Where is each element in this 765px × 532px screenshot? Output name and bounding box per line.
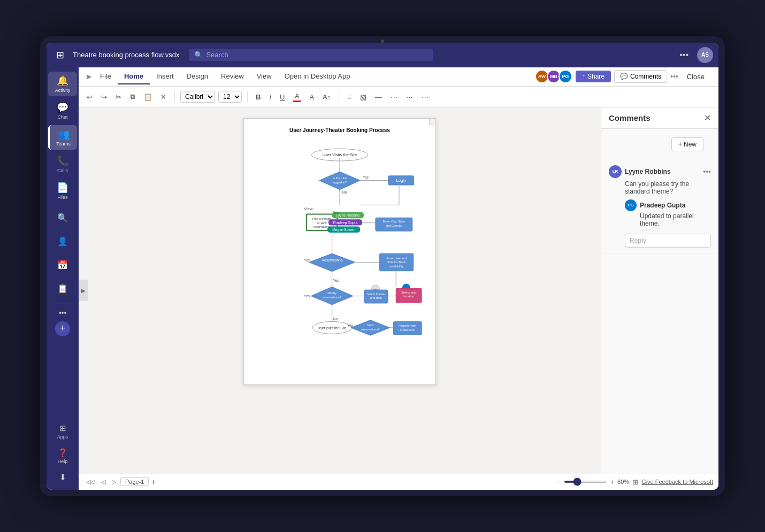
tab-home[interactable]: Home [118, 69, 150, 84]
svg-text:Yes: Yes [347, 323, 354, 327]
font-family-select[interactable]: Calibri [180, 91, 215, 103]
files-icon: 📄 [57, 182, 68, 194]
nav-next-button[interactable]: ▷ [110, 477, 118, 487]
user-avatar[interactable]: AS [697, 47, 713, 63]
increase-font-button[interactable]: A↑ [320, 91, 333, 103]
canvas-container[interactable]: User Journey-Theater Booking Process [79, 107, 601, 474]
feedback-link[interactable]: Give Feedback to Microsoft [641, 479, 713, 485]
svg-text:Yes: Yes [304, 294, 310, 297]
device-frame: ⊞ Theatre booking process flow.vsdx 🔍 ••… [40, 36, 725, 496]
svg-text:credit card: credit card [400, 328, 415, 331]
more-tools-3[interactable]: ⋯ [419, 91, 431, 103]
nav-prev-button[interactable]: ◁ [99, 477, 108, 487]
reply-input-1[interactable] [625, 234, 711, 248]
sidebar-item-files[interactable]: 📄 Files [48, 179, 77, 203]
nav-first-button[interactable]: ◁◁ [84, 477, 97, 487]
page-indicator: Page-1 [120, 477, 149, 486]
align-button[interactable]: ≡ [345, 91, 354, 103]
sidebar-item-download[interactable]: ⬇ [48, 469, 77, 485]
share-button[interactable]: ↑ Share [576, 71, 611, 82]
close-button[interactable]: Close [682, 71, 710, 83]
sidebar-icon-history[interactable]: 📋 [52, 278, 73, 299]
undo-button[interactable]: ↩ [84, 91, 95, 103]
collab-avatar-pg[interactable]: PG [559, 70, 572, 83]
svg-text:Yes: Yes [363, 175, 369, 179]
font-color-button[interactable]: A [290, 90, 303, 104]
ribbon-tools: ↩ ↪ ✂ ⧉ 📋 ✕ Calibri 12 [79, 87, 718, 107]
zoom-out-button[interactable]: − [557, 478, 561, 486]
tab-review[interactable]: Review [215, 69, 250, 84]
svg-text:location: location [403, 295, 414, 298]
sidebar-icon-people[interactable]: 👤 [52, 231, 73, 252]
sidebar-add-button[interactable]: + [55, 321, 70, 336]
tab-insert[interactable]: Insert [150, 69, 180, 84]
tab-open-desktop[interactable]: Open in Desktop App [278, 69, 357, 84]
line-button[interactable]: — [372, 91, 385, 103]
sidebar-more[interactable]: ••• [59, 309, 67, 317]
collapse-handle[interactable]: ▶ [79, 280, 88, 301]
svg-marker-36 [309, 253, 355, 271]
tool-divider-1 [174, 91, 175, 102]
comment-dots-1[interactable]: ••• [703, 167, 711, 176]
tab-view[interactable]: View [250, 69, 278, 84]
reply-avatar-pg: PG [625, 199, 637, 211]
comments-close-button[interactable]: ✕ [704, 113, 711, 123]
sidebar-item-teams[interactable]: 👥 Teams [48, 125, 77, 150]
italic-button[interactable]: I [266, 91, 274, 103]
fill-button[interactable]: ▧ [357, 91, 369, 103]
top-bar-more[interactable]: ••• [675, 48, 693, 62]
copy-button[interactable]: ⧉ [127, 91, 137, 103]
sidebar-item-apps[interactable]: ⊞ Apps [48, 420, 77, 443]
sidebar-label-teams: Teams [56, 141, 71, 147]
sidebar-icon-calendar[interactable]: 📅 [52, 255, 73, 276]
reply-text-1: Updated to parallel theme. [625, 212, 711, 227]
svg-text:reservations?: reservations? [323, 296, 341, 299]
sidebar-icon-search[interactable]: 🔍 [52, 207, 73, 229]
ribbon-more[interactable]: ••• [670, 72, 678, 81]
sidebar-label-chat: Chat [57, 114, 67, 120]
sidebar-item-calls[interactable]: 📞 Calls [48, 152, 77, 176]
delete-button[interactable]: ✕ [158, 91, 169, 103]
paste-button[interactable]: 📋 [141, 91, 155, 103]
calls-icon: 📞 [57, 155, 68, 167]
sidebar-label-files: Files [57, 195, 67, 200]
font-size-select[interactable]: 12 [218, 91, 242, 103]
more-tools-2[interactable]: ⋯ [403, 91, 416, 103]
search-icon: 🔍 [194, 51, 203, 59]
svg-text:Enter City, State: Enter City, State [383, 219, 405, 222]
comments-button[interactable]: 💬 Comments [614, 70, 667, 83]
svg-text:Find a theater: Find a theater [312, 217, 331, 220]
tab-design[interactable]: Design [180, 69, 215, 84]
comment-thread-1: LR Lyyne Robbins ••• Can you please try … [601, 160, 718, 253]
cut-button[interactable]: ✂ [113, 91, 124, 103]
svg-text:availability: availability [389, 265, 404, 268]
comments-header: Comments ✕ [601, 107, 718, 129]
comments-panel: Comments ✕ + New LR Lyyne Robbins ••• [601, 107, 718, 474]
grid-view-icon[interactable]: ⊞ [632, 478, 638, 486]
more-tools-1[interactable]: ⋯ [388, 91, 400, 103]
file-title: Theatre booking process flow.vsdx [73, 51, 179, 59]
svg-text:User Visits the Site: User Visits the Site [323, 152, 357, 157]
redo-button[interactable]: ↪ [98, 91, 110, 103]
sidebar: 🔔 Activity 💬 Chat 👥 Teams 📞 Calls 📄 [47, 67, 79, 490]
comments-title: Comments [609, 113, 651, 122]
zoom-percent: 60% [617, 479, 629, 485]
comment-text-1: Can you please try the standard theme? [609, 180, 711, 195]
sidebar-item-chat[interactable]: 💬 Chat [48, 98, 77, 123]
search-input[interactable] [206, 51, 427, 59]
bold-button[interactable]: B [253, 91, 263, 103]
expand-icon[interactable]: ▶ [87, 73, 91, 80]
zoom-slider[interactable] [564, 481, 607, 483]
app-grid-icon[interactable]: ⊞ [52, 47, 68, 63]
new-comment-button[interactable]: + New [671, 137, 703, 151]
svg-text:or view: or view [317, 221, 327, 224]
text-box-button[interactable]: A [307, 91, 317, 103]
device-inner: ⊞ Theatre booking process flow.vsdx 🔍 ••… [47, 43, 718, 490]
sidebar-item-help[interactable]: ❓ Help [48, 445, 77, 467]
zoom-in-button[interactable]: + [610, 478, 614, 486]
tab-file[interactable]: File [94, 69, 118, 84]
activity-icon: 🔔 [57, 75, 68, 87]
sidebar-item-activity[interactable]: 🔔 Activity [48, 72, 77, 96]
underline-button[interactable]: U [277, 91, 287, 103]
add-page-button[interactable]: + [151, 477, 155, 486]
